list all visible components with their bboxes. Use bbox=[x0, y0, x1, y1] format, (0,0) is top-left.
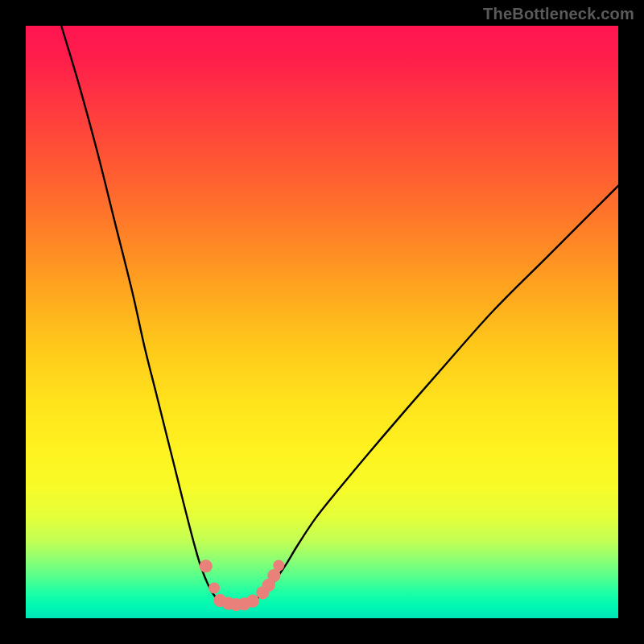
chart-frame: TheBottleneck.com bbox=[0, 0, 644, 644]
watermark-label: TheBottleneck.com bbox=[483, 5, 634, 23]
marker-dot bbox=[200, 559, 213, 572]
marker-group bbox=[200, 559, 285, 611]
marker-dot bbox=[208, 582, 220, 593]
curve-left bbox=[61, 26, 217, 599]
marker-dot bbox=[273, 560, 284, 572]
marker-dot bbox=[246, 595, 259, 608]
curve-right bbox=[262, 186, 618, 594]
chart-plot-area bbox=[26, 26, 618, 618]
bottleneck-curve bbox=[26, 26, 618, 618]
